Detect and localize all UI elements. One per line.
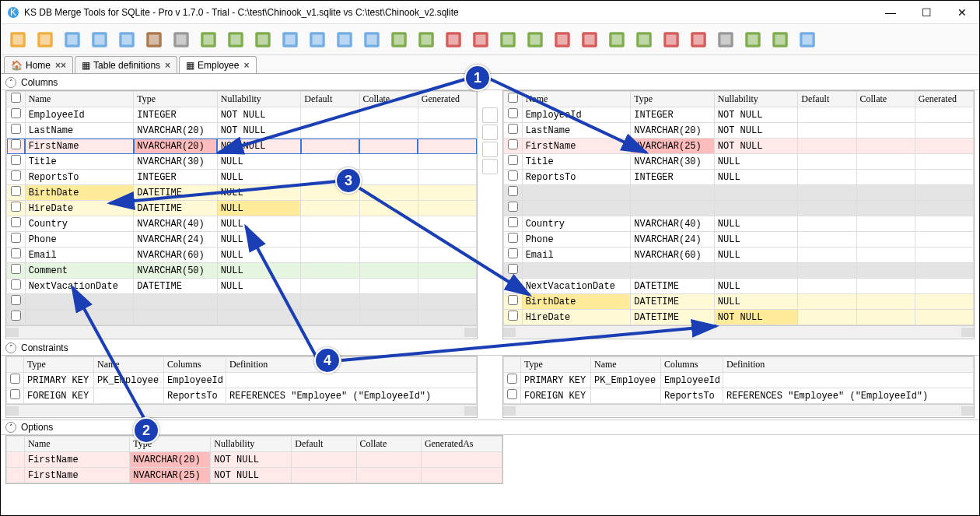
sync-icon[interactable] xyxy=(482,159,498,174)
table-row[interactable]: LastName NVARCHAR(20) NOT NULL xyxy=(7,123,477,139)
toolbar-button[interactable] xyxy=(387,27,411,52)
row-checkbox[interactable] xyxy=(11,108,21,118)
table-row[interactable]: Phone NVARCHAR(24) NULL xyxy=(504,232,974,247)
tab-employee[interactable]: ▦Employee× xyxy=(179,56,256,73)
toolbar-button[interactable] xyxy=(659,27,684,52)
toolbar-button[interactable] xyxy=(795,27,820,52)
table-row[interactable]: Email NVARCHAR(60) NULL xyxy=(7,247,477,263)
table-row[interactable]: Phone NVARCHAR(24) NULL xyxy=(7,232,477,247)
row-checkbox[interactable] xyxy=(11,233,21,243)
close-button[interactable]: ✕ xyxy=(951,6,973,19)
constraints-grid-left[interactable]: TypeNameColumnsDefinitionPRIMARY KEYPK_E… xyxy=(5,356,478,418)
tab-table-definitions[interactable]: ▦Table definitions× xyxy=(75,56,177,73)
horizontal-scrollbar[interactable] xyxy=(503,325,974,338)
sync-icon[interactable] xyxy=(482,142,498,157)
minimize-button[interactable]: — xyxy=(880,6,901,19)
sync-icon[interactable] xyxy=(482,125,498,140)
table-row[interactable]: Title NVARCHAR(30) NULL xyxy=(7,154,477,170)
toolbar-button[interactable] xyxy=(632,27,656,52)
row-checkbox[interactable] xyxy=(11,202,21,212)
table-row[interactable]: EmployeeId INTEGER NOT NULL xyxy=(504,107,974,123)
select-all-checkbox[interactable] xyxy=(11,93,21,103)
table-row[interactable]: NextVacationDate DATETIME NULL xyxy=(504,279,974,294)
row-checkbox[interactable] xyxy=(508,311,518,321)
row-checkbox[interactable] xyxy=(11,186,21,196)
section-constraints-header[interactable]: ˄ Constraints xyxy=(1,341,979,356)
toolbar-button[interactable] xyxy=(223,27,248,52)
toolbar-button[interactable] xyxy=(740,27,765,52)
row-checkbox[interactable] xyxy=(508,139,518,149)
collapse-icon[interactable]: ˄ xyxy=(5,342,16,353)
row-checkbox[interactable] xyxy=(508,233,518,243)
table-row[interactable]: ReportsTo INTEGER NULL xyxy=(504,170,974,185)
table-row[interactable]: Title NVARCHAR(30) NULL xyxy=(504,154,974,170)
toolbar-button[interactable] xyxy=(278,27,303,52)
toolbar-button[interactable] xyxy=(441,27,466,52)
horizontal-scrollbar[interactable] xyxy=(6,404,477,416)
toolbar-button[interactable] xyxy=(5,27,30,52)
select-all-checkbox[interactable] xyxy=(508,93,518,103)
table-row[interactable]: ReportsTo INTEGER NULL xyxy=(7,170,477,185)
toolbar-button[interactable] xyxy=(550,27,575,52)
table-row[interactable]: Country NVARCHAR(40) NULL xyxy=(7,216,477,232)
close-icon[interactable]: × xyxy=(243,60,249,71)
table-row[interactable]: LastName NVARCHAR(20) NOT NULL xyxy=(504,123,974,139)
sync-icon[interactable] xyxy=(482,107,498,123)
toolbar-button[interactable] xyxy=(495,27,520,52)
toolbar-button[interactable] xyxy=(604,27,629,52)
table-row[interactable]: PRIMARY KEYPK_EmployeeEmployeeId xyxy=(7,373,477,388)
toolbar-button[interactable] xyxy=(468,27,493,52)
row-checkbox[interactable] xyxy=(508,124,518,134)
toolbar-button[interactable] xyxy=(414,27,439,52)
toolbar-button[interactable] xyxy=(33,27,58,52)
maximize-button[interactable]: ☐ xyxy=(915,6,937,19)
toolbar-button[interactable] xyxy=(359,27,384,52)
collapse-icon[interactable]: ˄ xyxy=(5,77,16,88)
row-checkbox[interactable] xyxy=(11,248,21,258)
table-row[interactable]: Comment NVARCHAR(50) NULL xyxy=(7,263,477,279)
table-row[interactable]: EmployeeId INTEGER NOT NULL xyxy=(7,107,477,123)
table-row[interactable]: FirstName NVARCHAR(25) NOT NULL xyxy=(504,139,974,154)
toolbar-button[interactable] xyxy=(686,27,711,52)
row-checkbox[interactable] xyxy=(11,155,21,165)
horizontal-scrollbar[interactable] xyxy=(503,404,974,416)
collapse-icon[interactable]: ˄ xyxy=(5,422,16,433)
table-row[interactable]: Email NVARCHAR(60) NULL xyxy=(504,247,974,263)
table-row[interactable]: FirstNameNVARCHAR(25)NOT NULL xyxy=(7,468,502,483)
toolbar-button[interactable] xyxy=(713,27,738,52)
toolbar-button[interactable] xyxy=(60,27,85,52)
table-row[interactable]: NextVacationDate DATETIME NULL xyxy=(7,279,477,294)
toolbar-button[interactable] xyxy=(332,27,357,52)
toolbar-button[interactable] xyxy=(577,27,602,52)
table-row[interactable]: FOREIGN KEYReportsToREFERENCES "Employee… xyxy=(504,388,974,404)
row-checkbox[interactable] xyxy=(508,295,518,305)
row-checkbox[interactable] xyxy=(11,170,21,181)
row-checkbox[interactable] xyxy=(11,124,21,134)
row-checkbox[interactable] xyxy=(11,139,21,149)
table-row[interactable]: PRIMARY KEYPK_EmployeeEmployeeId xyxy=(504,373,974,388)
table-row[interactable]: Country NVARCHAR(40) NULL xyxy=(504,216,974,232)
constraints-grid-right[interactable]: TypeNameColumnsDefinitionPRIMARY KEYPK_E… xyxy=(502,356,975,418)
toolbar-button[interactable] xyxy=(114,27,139,52)
row-checkbox[interactable] xyxy=(508,108,518,118)
toolbar-button[interactable] xyxy=(768,27,793,52)
toolbar-button[interactable] xyxy=(169,27,194,52)
row-checkbox[interactable] xyxy=(508,217,518,227)
table-row[interactable]: HireDate DATETIME NOT NULL xyxy=(504,310,974,325)
toolbar-button[interactable] xyxy=(196,27,221,52)
toolbar-button[interactable] xyxy=(87,27,112,52)
row-checkbox[interactable] xyxy=(11,264,21,274)
toolbar-button[interactable] xyxy=(250,27,275,52)
table-row[interactable]: FOREIGN KEYReportsToREFERENCES "Employee… xyxy=(7,388,477,404)
row-checkbox[interactable] xyxy=(508,170,518,181)
table-row[interactable]: HireDate DATETIME NULL xyxy=(7,201,477,216)
row-checkbox[interactable] xyxy=(508,248,518,258)
table-row[interactable]: FirstNameNVARCHAR(20)NOT NULL xyxy=(7,452,502,468)
table-row[interactable]: BirthDate DATETIME NULL xyxy=(7,185,477,201)
horizontal-scrollbar[interactable] xyxy=(6,325,477,338)
row-checkbox[interactable] xyxy=(508,155,518,165)
toolbar-button[interactable] xyxy=(142,27,166,52)
row-checkbox[interactable] xyxy=(508,279,518,290)
row-checkbox[interactable] xyxy=(11,217,21,227)
close-icon[interactable]: × xyxy=(165,60,170,71)
